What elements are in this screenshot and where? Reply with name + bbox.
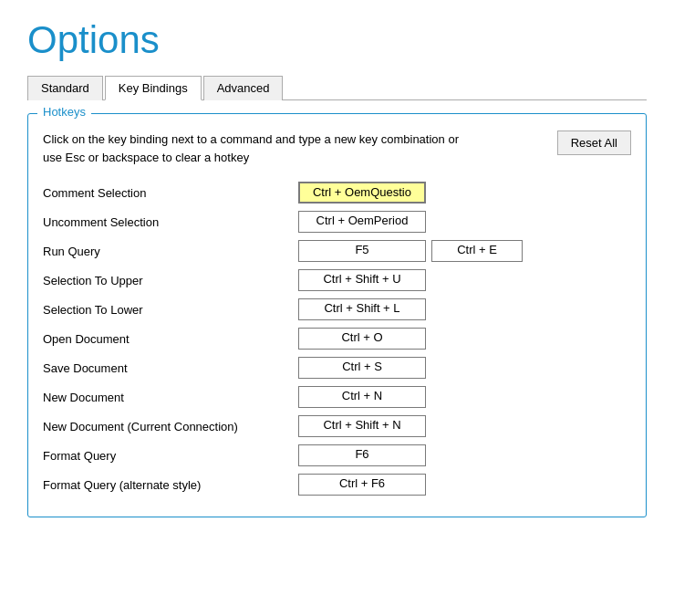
command-label: Run Query (43, 245, 298, 258)
command-label: Format Query (43, 449, 298, 463)
keybinding-row: Save DocumentCtrl + S (43, 356, 631, 380)
keybinding-row: Comment SelectionCtrl + OemQuestio (43, 181, 631, 204)
keybinding-row: New DocumentCtrl + N (43, 385, 631, 409)
tabs-bar: Standard Key Bindings Advanced (27, 75, 647, 100)
key-inputs: Ctrl + Shift + N (298, 415, 426, 437)
command-label: New Document (Current Connection) (43, 420, 298, 433)
primary-key-input[interactable]: F6 (298, 444, 426, 466)
key-inputs: Ctrl + Shift + L (298, 298, 426, 320)
key-inputs: Ctrl + OemPeriod (298, 211, 426, 233)
hotkeys-desc-row: Click on the key binding next to a comma… (43, 131, 631, 166)
primary-key-input[interactable]: Ctrl + N (298, 386, 426, 408)
command-label: Format Query (alternate style) (43, 478, 298, 492)
primary-key-input[interactable]: Ctrl + OemPeriod (298, 211, 426, 233)
command-label: Open Document (43, 332, 298, 346)
key-inputs: Ctrl + F6 (298, 474, 426, 496)
keybinding-row: Uncomment SelectionCtrl + OemPeriod (43, 210, 631, 234)
key-inputs: Ctrl + O (298, 328, 426, 350)
primary-key-input[interactable]: F5 (298, 240, 426, 262)
command-label: Uncomment Selection (43, 215, 298, 229)
primary-key-input[interactable]: Ctrl + F6 (298, 474, 426, 496)
keybinding-row: Selection To LowerCtrl + Shift + L (43, 298, 631, 321)
key-inputs: Ctrl + Shift + U (298, 269, 426, 291)
keybinding-row: Format QueryF6 (43, 444, 631, 467)
key-inputs: Ctrl + S (298, 357, 426, 379)
command-label: Comment Selection (43, 186, 298, 200)
keybinding-row: Format Query (alternate style)Ctrl + F6 (43, 473, 631, 496)
secondary-key-input[interactable]: Ctrl + E (431, 240, 523, 262)
tab-advanced[interactable]: Advanced (203, 76, 284, 100)
primary-key-input[interactable]: Ctrl + O (298, 328, 426, 350)
key-inputs: Ctrl + OemQuestio (298, 182, 426, 204)
page-title: Options (27, 18, 647, 62)
key-inputs: F5Ctrl + E (298, 240, 523, 262)
keybinding-row: Run QueryF5Ctrl + E (43, 239, 631, 263)
primary-key-input[interactable]: Ctrl + Shift + L (298, 298, 426, 320)
key-inputs: F6 (298, 444, 426, 466)
reset-all-button[interactable]: Reset All (557, 131, 631, 155)
tab-keybindings[interactable]: Key Bindings (105, 76, 202, 100)
key-inputs: Ctrl + N (298, 386, 426, 408)
keybinding-row: Selection To UpperCtrl + Shift + U (43, 268, 631, 292)
tab-standard[interactable]: Standard (27, 76, 103, 100)
section-legend: Hotkeys (37, 105, 91, 119)
hotkeys-section: Hotkeys Click on the key binding next to… (27, 113, 647, 517)
command-label: Selection To Upper (43, 274, 298, 287)
keybinding-row: New Document (Current Connection)Ctrl + … (43, 414, 631, 438)
keybinding-row: Open DocumentCtrl + O (43, 327, 631, 350)
primary-key-input[interactable]: Ctrl + S (298, 357, 426, 379)
command-label: Selection To Lower (43, 303, 298, 317)
primary-key-input[interactable]: Ctrl + Shift + U (298, 269, 426, 291)
command-label: Save Document (43, 361, 298, 375)
command-label: New Document (43, 391, 298, 404)
primary-key-input[interactable]: Ctrl + Shift + N (298, 415, 426, 437)
primary-key-input[interactable]: Ctrl + OemQuestio (298, 182, 426, 204)
hotkeys-description: Click on the key binding next to a comma… (43, 131, 481, 166)
bindings-container: Comment SelectionCtrl + OemQuestioUncomm… (43, 181, 631, 496)
